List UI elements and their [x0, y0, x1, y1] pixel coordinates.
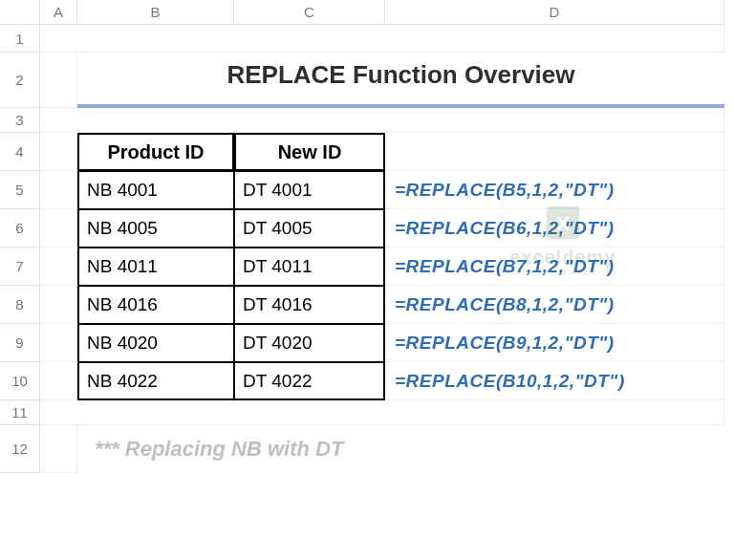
cell-empty[interactable] [40, 324, 77, 362]
cell-empty[interactable] [40, 425, 77, 473]
cell-formula[interactable]: =REPLACE(B8,1,2,"DT") [385, 286, 724, 324]
row-header-2[interactable]: 2 [0, 53, 40, 108]
cell-new-id[interactable]: DT 4016 [234, 286, 385, 324]
row-header-9[interactable]: 9 [0, 324, 40, 362]
row-header-3[interactable]: 3 [0, 108, 40, 133]
cell-empty[interactable] [40, 362, 77, 400]
row-header-4[interactable]: 4 [0, 133, 40, 171]
table-header-new-id[interactable]: New ID [234, 133, 385, 171]
cell-formula[interactable]: =REPLACE(B9,1,2,"DT") [385, 324, 724, 362]
cell-product-id[interactable]: NB 4011 [77, 248, 234, 286]
cell-new-id[interactable]: DT 4005 [234, 209, 385, 248]
cell-product-id[interactable]: NB 4001 [77, 171, 234, 209]
row-header-5[interactable]: 5 [0, 171, 40, 209]
cell-new-id[interactable]: DT 4022 [234, 362, 385, 400]
col-header-a[interactable]: A [40, 0, 77, 25]
row-header-11[interactable]: 11 [0, 400, 40, 425]
row-header-7[interactable]: 7 [0, 248, 40, 286]
row-header-12[interactable]: 12 [0, 425, 40, 473]
row-header-10[interactable]: 10 [0, 362, 40, 400]
cell-empty[interactable] [40, 286, 77, 324]
cell-formula[interactable]: =REPLACE(B6,1,2,"DT") [385, 209, 724, 248]
cell-empty[interactable] [40, 248, 77, 286]
cell-formula[interactable]: =REPLACE(B10,1,2,"DT") [385, 362, 724, 400]
cell-empty[interactable] [40, 108, 724, 133]
cell-empty[interactable] [40, 53, 77, 108]
row-header-1[interactable]: 1 [0, 25, 40, 53]
cell-empty[interactable] [40, 209, 77, 248]
cell-new-id[interactable]: DT 4011 [234, 248, 385, 286]
spreadsheet-grid: A B C D 1 2 REPLACE Function Overview 3 … [0, 0, 734, 473]
cell-formula[interactable]: =REPLACE(B7,1,2,"DT") [385, 248, 724, 286]
col-header-d[interactable]: D [385, 0, 724, 25]
footer-note: *** Replacing NB with DT [77, 425, 724, 473]
table-header-product-id[interactable]: Product ID [77, 133, 234, 171]
cell-new-id[interactable]: DT 4020 [234, 324, 385, 362]
col-header-b[interactable]: B [77, 0, 234, 25]
page-title: REPLACE Function Overview [77, 53, 724, 108]
cell-new-id[interactable]: DT 4001 [234, 171, 385, 209]
row-header-6[interactable]: 6 [0, 209, 40, 248]
cell-product-id[interactable]: NB 4016 [77, 286, 234, 324]
row-header-8[interactable]: 8 [0, 286, 40, 324]
col-header-c[interactable]: C [234, 0, 385, 25]
cell-empty[interactable] [385, 133, 724, 171]
cell-product-id[interactable]: NB 4020 [77, 324, 234, 362]
cell-product-id[interactable]: NB 4005 [77, 209, 234, 248]
cell-empty[interactable] [40, 171, 77, 209]
cell-empty[interactable] [40, 133, 77, 171]
cell-empty[interactable] [40, 25, 724, 53]
cell-product-id[interactable]: NB 4022 [77, 362, 234, 400]
cell-formula[interactable]: =REPLACE(B5,1,2,"DT") [385, 171, 724, 209]
cell-empty[interactable] [40, 400, 724, 425]
select-all-corner[interactable] [0, 0, 40, 25]
